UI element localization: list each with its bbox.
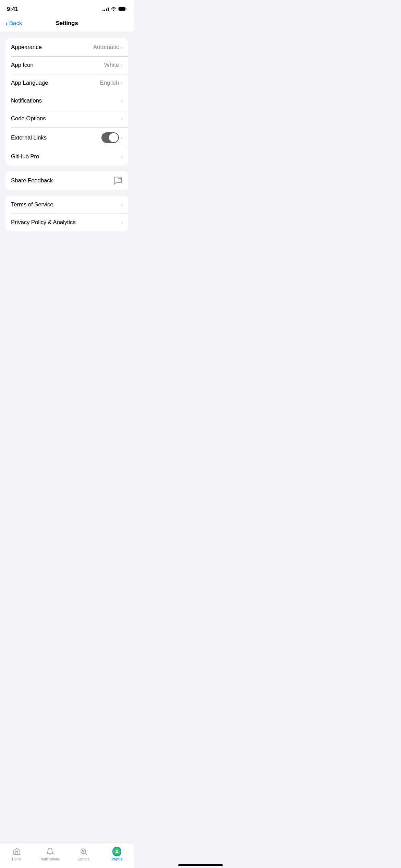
page-title: Settings — [56, 20, 78, 27]
toggle-knob — [109, 133, 118, 142]
chevron-icon: › — [121, 135, 123, 141]
app-icon-row[interactable]: App Icon White › — [5, 56, 128, 74]
feedback-group: Share Feedback — [5, 171, 128, 190]
chevron-icon: › — [121, 98, 123, 104]
settings-content: Appearance Automatic › App Icon White › … — [0, 32, 134, 275]
appearance-row[interactable]: Appearance Automatic › — [5, 38, 128, 56]
share-feedback-icon — [113, 176, 123, 185]
battery-icon — [118, 6, 127, 12]
chevron-icon: › — [121, 154, 123, 159]
code-options-label: Code Options — [11, 115, 46, 122]
app-language-label: App Language — [11, 80, 48, 86]
status-bar: 9:41 — [0, 0, 134, 16]
legal-group: Terms of Service › Privacy Policy & Anal… — [5, 196, 128, 231]
notifications-label: Notifications — [11, 97, 42, 104]
share-feedback-label: Share Feedback — [11, 177, 53, 184]
app-language-value: English › — [100, 80, 123, 86]
chevron-icon: › — [121, 80, 123, 86]
app-icon-value: White › — [104, 62, 123, 69]
code-options-row[interactable]: Code Options › — [5, 110, 128, 128]
appearance-value: Automatic › — [93, 44, 123, 51]
terms-of-service-label: Terms of Service — [11, 201, 53, 208]
external-links-row[interactable]: External Links › — [5, 128, 128, 148]
github-pro-row[interactable]: GitHub Pro › — [5, 148, 128, 166]
chevron-icon: › — [121, 202, 123, 207]
app-language-row[interactable]: App Language English › — [5, 74, 128, 92]
app-icon-label: App Icon — [11, 62, 34, 69]
chevron-icon: › — [121, 220, 123, 225]
privacy-policy-label: Privacy Policy & Analytics — [11, 219, 75, 226]
svg-rect-1 — [119, 7, 125, 11]
share-feedback-row[interactable]: Share Feedback — [5, 171, 128, 190]
back-button[interactable]: ‹ Back — [5, 20, 22, 27]
appearance-label: Appearance — [11, 44, 42, 51]
privacy-policy-row[interactable]: Privacy Policy & Analytics › — [5, 214, 128, 231]
nav-header: ‹ Back Settings — [0, 16, 134, 32]
back-label: Back — [9, 20, 22, 27]
external-links-label: External Links — [11, 134, 47, 141]
status-icons — [102, 6, 127, 12]
main-settings-group: Appearance Automatic › App Icon White › … — [5, 38, 128, 166]
notifications-row[interactable]: Notifications › — [5, 92, 128, 110]
github-pro-label: GitHub Pro — [11, 153, 39, 160]
wifi-icon — [111, 6, 116, 12]
chevron-icon: › — [121, 62, 123, 68]
back-chevron-icon: ‹ — [5, 20, 8, 27]
status-time: 9:41 — [7, 6, 18, 13]
chevron-icon: › — [121, 116, 123, 121]
external-links-toggle[interactable] — [101, 132, 119, 143]
chevron-icon: › — [121, 45, 123, 50]
signal-icon — [102, 7, 109, 11]
terms-of-service-row[interactable]: Terms of Service › — [5, 196, 128, 214]
